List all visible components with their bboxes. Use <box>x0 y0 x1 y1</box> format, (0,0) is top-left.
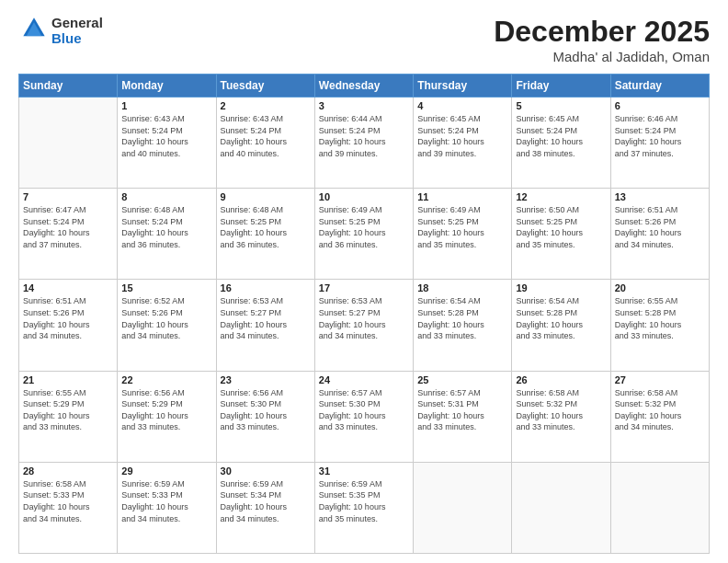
table-row: 21Sunrise: 6:55 AMSunset: 5:29 PMDayligh… <box>19 371 118 462</box>
table-row: 26Sunrise: 6:58 AMSunset: 5:32 PMDayligh… <box>512 371 610 462</box>
calendar-week-row: 28Sunrise: 6:58 AMSunset: 5:33 PMDayligh… <box>19 462 710 553</box>
day-number: 10 <box>319 191 409 202</box>
day-info: Sunrise: 6:54 AMSunset: 5:28 PMDaylight:… <box>516 295 606 341</box>
day-number: 22 <box>121 374 211 385</box>
table-row: 27Sunrise: 6:58 AMSunset: 5:32 PMDayligh… <box>610 371 709 462</box>
table-row: 8Sunrise: 6:48 AMSunset: 5:24 PMDaylight… <box>118 189 216 280</box>
day-number: 14 <box>23 282 113 293</box>
table-row: 31Sunrise: 6:59 AMSunset: 5:35 PMDayligh… <box>314 462 413 553</box>
day-info: Sunrise: 6:55 AMSunset: 5:28 PMDaylight:… <box>615 295 705 341</box>
table-row: 25Sunrise: 6:57 AMSunset: 5:31 PMDayligh… <box>414 371 512 462</box>
day-info: Sunrise: 6:44 AMSunset: 5:24 PMDaylight:… <box>319 113 409 159</box>
day-info: Sunrise: 6:57 AMSunset: 5:31 PMDaylight:… <box>417 387 507 433</box>
day-number: 1 <box>121 100 211 111</box>
table-row: 5Sunrise: 6:45 AMSunset: 5:24 PMDaylight… <box>512 98 610 189</box>
day-number: 31 <box>319 465 409 477</box>
day-info: Sunrise: 6:56 AMSunset: 5:30 PMDaylight:… <box>221 387 311 433</box>
table-row <box>610 462 709 553</box>
day-number: 21 <box>23 374 113 385</box>
table-row: 1Sunrise: 6:43 AMSunset: 5:24 PMDaylight… <box>118 98 216 189</box>
col-thursday: Thursday <box>414 75 512 98</box>
col-sunday: Sunday <box>19 75 118 98</box>
day-info: Sunrise: 6:48 AMSunset: 5:24 PMDaylight:… <box>121 204 211 250</box>
main-title: December 2025 <box>494 15 710 49</box>
day-info: Sunrise: 6:51 AMSunset: 5:26 PMDaylight:… <box>23 295 113 341</box>
sub-title: Madha' al Jadidah, Oman <box>494 49 710 64</box>
day-info: Sunrise: 6:45 AMSunset: 5:24 PMDaylight:… <box>516 113 606 159</box>
logo-blue: Blue <box>51 30 82 46</box>
day-info: Sunrise: 6:49 AMSunset: 5:25 PMDaylight:… <box>319 204 409 250</box>
col-saturday: Saturday <box>610 75 709 98</box>
day-number: 6 <box>615 100 705 111</box>
day-info: Sunrise: 6:43 AMSunset: 5:24 PMDaylight:… <box>121 113 211 159</box>
day-number: 20 <box>615 282 705 293</box>
day-number: 7 <box>23 191 113 202</box>
day-info: Sunrise: 6:53 AMSunset: 5:27 PMDaylight:… <box>319 295 409 341</box>
col-monday: Monday <box>118 75 216 98</box>
table-row: 14Sunrise: 6:51 AMSunset: 5:26 PMDayligh… <box>19 280 118 371</box>
day-info: Sunrise: 6:50 AMSunset: 5:25 PMDaylight:… <box>516 204 606 250</box>
table-row: 9Sunrise: 6:48 AMSunset: 5:25 PMDaylight… <box>216 189 314 280</box>
day-info: Sunrise: 6:52 AMSunset: 5:26 PMDaylight:… <box>121 295 211 341</box>
table-row: 3Sunrise: 6:44 AMSunset: 5:24 PMDaylight… <box>314 98 413 189</box>
day-info: Sunrise: 6:54 AMSunset: 5:28 PMDaylight:… <box>417 295 507 341</box>
day-info: Sunrise: 6:45 AMSunset: 5:24 PMDaylight:… <box>417 113 507 159</box>
day-number: 30 <box>221 465 311 477</box>
table-row: 12Sunrise: 6:50 AMSunset: 5:25 PMDayligh… <box>512 189 610 280</box>
calendar-header-row: Sunday Monday Tuesday Wednesday Thursday… <box>19 75 710 98</box>
day-number: 15 <box>121 282 211 293</box>
day-number: 9 <box>221 191 311 202</box>
table-row: 15Sunrise: 6:52 AMSunset: 5:26 PMDayligh… <box>118 280 216 371</box>
table-row: 2Sunrise: 6:43 AMSunset: 5:24 PMDaylight… <box>216 98 314 189</box>
logo-icon <box>20 15 48 42</box>
table-row: 22Sunrise: 6:56 AMSunset: 5:29 PMDayligh… <box>118 371 216 462</box>
day-number: 29 <box>121 465 211 477</box>
table-row: 23Sunrise: 6:56 AMSunset: 5:30 PMDayligh… <box>216 371 314 462</box>
table-row: 7Sunrise: 6:47 AMSunset: 5:24 PMDaylight… <box>19 189 118 280</box>
day-info: Sunrise: 6:58 AMSunset: 5:32 PMDaylight:… <box>516 387 606 433</box>
table-row <box>19 98 118 189</box>
calendar-week-row: 7Sunrise: 6:47 AMSunset: 5:24 PMDaylight… <box>19 189 710 280</box>
day-info: Sunrise: 6:55 AMSunset: 5:29 PMDaylight:… <box>23 387 113 433</box>
title-block: December 2025 Madha' al Jadidah, Oman <box>494 15 710 64</box>
day-info: Sunrise: 6:59 AMSunset: 5:35 PMDaylight:… <box>319 478 409 524</box>
col-friday: Friday <box>512 75 610 98</box>
table-row <box>414 462 512 553</box>
table-row: 30Sunrise: 6:59 AMSunset: 5:34 PMDayligh… <box>216 462 314 553</box>
day-info: Sunrise: 6:58 AMSunset: 5:33 PMDaylight:… <box>23 478 113 524</box>
day-number: 24 <box>319 374 409 385</box>
day-number: 19 <box>516 282 606 293</box>
table-row: 20Sunrise: 6:55 AMSunset: 5:28 PMDayligh… <box>610 280 709 371</box>
day-number: 2 <box>221 100 311 111</box>
day-info: Sunrise: 6:48 AMSunset: 5:25 PMDaylight:… <box>221 204 311 250</box>
day-info: Sunrise: 6:56 AMSunset: 5:29 PMDaylight:… <box>121 387 211 433</box>
day-number: 26 <box>516 374 606 385</box>
col-tuesday: Tuesday <box>216 75 314 98</box>
day-info: Sunrise: 6:46 AMSunset: 5:24 PMDaylight:… <box>615 113 705 159</box>
logo: General Blue <box>18 15 103 46</box>
table-row: 4Sunrise: 6:45 AMSunset: 5:24 PMDaylight… <box>414 98 512 189</box>
day-info: Sunrise: 6:53 AMSunset: 5:27 PMDaylight:… <box>221 295 311 341</box>
table-row: 19Sunrise: 6:54 AMSunset: 5:28 PMDayligh… <box>512 280 610 371</box>
page: General Blue December 2025 Madha' al Jad… <box>0 0 728 563</box>
day-number: 13 <box>615 191 705 202</box>
table-row: 29Sunrise: 6:59 AMSunset: 5:33 PMDayligh… <box>118 462 216 553</box>
calendar-week-row: 1Sunrise: 6:43 AMSunset: 5:24 PMDaylight… <box>19 98 710 189</box>
day-number: 27 <box>615 374 705 385</box>
header: General Blue December 2025 Madha' al Jad… <box>18 15 710 64</box>
day-info: Sunrise: 6:57 AMSunset: 5:30 PMDaylight:… <box>319 387 409 433</box>
day-number: 11 <box>417 191 507 202</box>
table-row: 6Sunrise: 6:46 AMSunset: 5:24 PMDaylight… <box>610 98 709 189</box>
table-row: 24Sunrise: 6:57 AMSunset: 5:30 PMDayligh… <box>314 371 413 462</box>
day-number: 4 <box>417 100 507 111</box>
table-row: 28Sunrise: 6:58 AMSunset: 5:33 PMDayligh… <box>19 462 118 553</box>
table-row: 16Sunrise: 6:53 AMSunset: 5:27 PMDayligh… <box>216 280 314 371</box>
table-row: 10Sunrise: 6:49 AMSunset: 5:25 PMDayligh… <box>314 189 413 280</box>
day-number: 3 <box>319 100 409 111</box>
day-info: Sunrise: 6:43 AMSunset: 5:24 PMDaylight:… <box>221 113 311 159</box>
day-number: 12 <box>516 191 606 202</box>
day-info: Sunrise: 6:47 AMSunset: 5:24 PMDaylight:… <box>23 204 113 250</box>
day-number: 18 <box>417 282 507 293</box>
table-row: 18Sunrise: 6:54 AMSunset: 5:28 PMDayligh… <box>414 280 512 371</box>
day-number: 5 <box>516 100 606 111</box>
